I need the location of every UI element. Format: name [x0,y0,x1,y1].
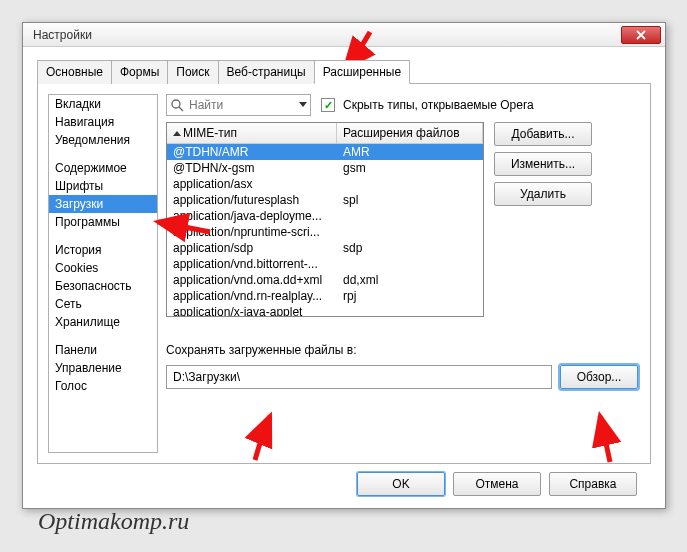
right-pane: ✓ Скрыть типы, открываемые Opera MIME-ти… [166,94,638,453]
table-row[interactable]: application/java-deployme... [167,208,483,224]
dialog-buttons: OK Отмена Справка [37,464,651,496]
search-box [166,94,311,116]
sidebar-item[interactable]: Управление [49,359,157,377]
table-row[interactable]: application/vnd.bittorrent-... [167,256,483,272]
sidebar-item[interactable]: Шрифты [49,177,157,195]
table-row[interactable]: application/vnd.oma.dd+xmldd,xml [167,272,483,288]
save-row: Обзор... [166,365,638,389]
table-area: MIME-тип Расширения файлов @TDHN/AMRAMR@… [166,122,638,317]
search-icon [170,98,184,115]
table-header: MIME-тип Расширения файлов [167,123,483,144]
save-section: Сохранять загруженные файлы в: Обзор... [166,343,638,389]
svg-point-0 [172,100,180,108]
settings-window: Настройки ОсновныеФормыПоискВеб-страницы… [22,22,666,509]
watermark: Optimakomp.ru [38,508,189,535]
table-row[interactable]: application/x-java-applet [167,304,483,316]
sidebar-item[interactable]: Вкладки [49,95,157,113]
tab-основные[interactable]: Основные [37,60,112,84]
add-button[interactable]: Добавить... [494,122,592,146]
sidebar-item[interactable]: Хранилище [49,313,157,331]
sidebar-item[interactable]: Cookies [49,259,157,277]
sidebar-item[interactable]: Программы [49,213,157,231]
sidebar-item[interactable]: Сеть [49,295,157,313]
col-header-mime[interactable]: MIME-тип [167,123,337,143]
tab-расширенные[interactable]: Расширенные [314,60,411,84]
save-label: Сохранять загруженные файлы в: [166,343,638,357]
table-row[interactable]: application/npruntime-scri... [167,224,483,240]
tab-поиск[interactable]: Поиск [167,60,218,84]
delete-button[interactable]: Удалить [494,182,592,206]
tabs: ОсновныеФормыПоискВеб-страницыРасширенны… [37,59,651,84]
ok-button[interactable]: OK [357,472,445,496]
window-title: Настройки [33,28,92,42]
cancel-button[interactable]: Отмена [453,472,541,496]
sidebar-item[interactable]: Безопасность [49,277,157,295]
tab-веб-страницы[interactable]: Веб-страницы [218,60,315,84]
table-row[interactable]: application/vnd.rn-realplay...rpj [167,288,483,304]
table-row[interactable]: application/asx [167,176,483,192]
dropdown-arrow-icon[interactable] [299,102,307,107]
main-area: ВкладкиНавигацияУведомленияСодержимоеШри… [37,84,651,464]
sort-asc-icon [173,131,181,136]
sidebar-item[interactable]: Навигация [49,113,157,131]
mime-table: MIME-тип Расширения файлов @TDHN/AMRAMR@… [166,122,484,317]
edit-button[interactable]: Изменить... [494,152,592,176]
browse-button[interactable]: Обзор... [560,365,638,389]
toolbar: ✓ Скрыть типы, открываемые Opera [166,94,638,116]
help-button[interactable]: Справка [549,472,637,496]
sidebar-item[interactable]: Панели [49,341,157,359]
col-header-ext[interactable]: Расширения файлов [337,123,483,143]
content: ОсновныеФормыПоискВеб-страницыРасширенны… [23,47,665,506]
download-path-input[interactable] [166,365,552,389]
close-button[interactable] [621,26,661,44]
table-row[interactable]: @TDHN/x-gsmgsm [167,160,483,176]
titlebar: Настройки [23,23,665,47]
search-input[interactable] [166,94,311,116]
sidebar-item[interactable]: История [49,241,157,259]
table-row[interactable]: application/sdpsdp [167,240,483,256]
sidebar-item[interactable]: Загрузки [49,195,157,213]
table-buttons: Добавить... Изменить... Удалить [494,122,592,317]
sidebar-item[interactable]: Голос [49,377,157,395]
sidebar-item[interactable]: Содержимое [49,159,157,177]
hide-types-checkbox[interactable]: ✓ [321,98,335,112]
hide-types-label: Скрыть типы, открываемые Opera [343,98,534,112]
close-icon [636,30,646,40]
svg-line-1 [179,107,183,111]
sidebar-item[interactable]: Уведомления [49,131,157,149]
table-row[interactable]: @TDHN/AMRAMR [167,144,483,160]
table-body[interactable]: @TDHN/AMRAMR@TDHN/x-gsmgsmapplication/as… [167,144,483,316]
sidebar: ВкладкиНавигацияУведомленияСодержимоеШри… [48,94,158,453]
tab-формы[interactable]: Формы [111,60,168,84]
table-row[interactable]: application/futuresplashspl [167,192,483,208]
